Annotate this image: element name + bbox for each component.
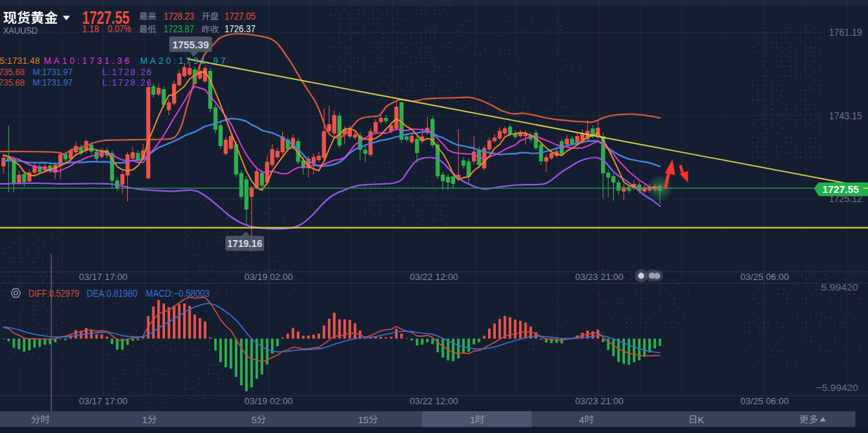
- svg-text:1728.23: 1728.23: [164, 11, 195, 22]
- svg-text:03/25 06:00: 03/25 06:00: [740, 397, 789, 406]
- svg-text:K: K: [698, 415, 704, 425]
- svg-text:MA20:1731.97: MA20:1731.97: [140, 56, 226, 66]
- svg-text:XAUUSD: XAUUSD: [4, 25, 38, 36]
- svg-text:5.99420: 5.99420: [821, 282, 858, 293]
- svg-text:U:1735.68: U:1735.68: [0, 78, 25, 88]
- svg-text:1761.19: 1761.19: [829, 26, 862, 38]
- svg-text:L:1728.26: L:1728.26: [103, 78, 152, 88]
- svg-text:1725.12: 1725.12: [829, 192, 862, 204]
- svg-text:03/23 21:00: 03/23 21:00: [575, 272, 624, 282]
- svg-text:1: 1: [143, 415, 148, 425]
- svg-text:5: 5: [363, 415, 369, 425]
- svg-text:03/22 12:00: 03/22 12:00: [409, 272, 458, 282]
- svg-text:MA10:1731.36: MA10:1731.36: [44, 56, 130, 66]
- svg-text:DEA:0.81980: DEA:0.81980: [87, 288, 138, 299]
- svg-text:1726.37: 1726.37: [225, 23, 256, 34]
- svg-text:5: 5: [251, 415, 257, 425]
- svg-text:1.18: 1.18: [82, 23, 99, 34]
- svg-text:1743.15: 1743.15: [829, 109, 862, 121]
- svg-text:U:1735.68: U:1735.68: [0, 67, 25, 77]
- svg-text:DIFF:0.52979: DIFF:0.52979: [29, 288, 79, 299]
- svg-text:03/19 02:00: 03/19 02:00: [244, 397, 293, 406]
- svg-text:MA5:1731.48: MA5:1731.48: [0, 56, 40, 66]
- svg-text:MACD:−0.58003: MACD:−0.58003: [146, 288, 210, 299]
- svg-text:1723.87: 1723.87: [164, 23, 195, 34]
- svg-text:L:1728.26: L:1728.26: [103, 67, 152, 77]
- svg-text:03/23 21:00: 03/23 21:00: [575, 397, 624, 406]
- svg-text:03/22 12:00: 03/22 12:00: [409, 397, 458, 406]
- svg-text:4: 4: [579, 415, 585, 425]
- svg-text:03/19 02:00: 03/19 02:00: [244, 272, 293, 282]
- svg-text:1755.39: 1755.39: [173, 39, 209, 51]
- svg-text:0.07%: 0.07%: [107, 23, 131, 34]
- svg-text:1727.05: 1727.05: [225, 11, 256, 22]
- svg-text:03/17 17:00: 03/17 17:00: [79, 397, 128, 406]
- svg-text:03/25 06:00: 03/25 06:00: [740, 272, 789, 282]
- svg-text:1: 1: [358, 415, 364, 425]
- svg-text:1: 1: [470, 415, 475, 425]
- svg-text:M:1731.97: M:1731.97: [33, 67, 73, 77]
- svg-text:M:1731.97: M:1731.97: [33, 78, 73, 88]
- svg-text:−5.99420: −5.99420: [816, 382, 858, 393]
- svg-text:03/17 17:00: 03/17 17:00: [79, 272, 128, 282]
- svg-text:1719.16: 1719.16: [228, 237, 263, 249]
